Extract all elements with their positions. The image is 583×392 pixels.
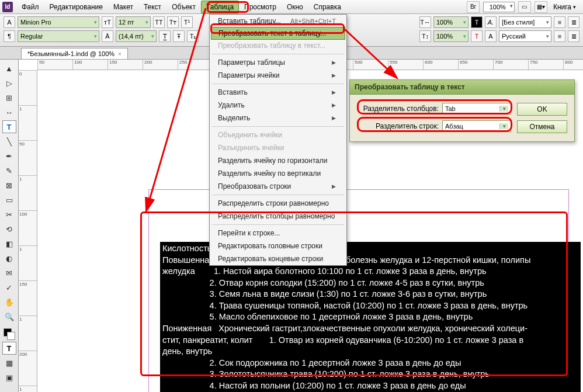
char-style-A-icon: A. <box>485 16 497 28</box>
strikethrough-icon[interactable]: Ŧ <box>173 30 185 42</box>
page-tool[interactable]: ⊞ <box>2 91 16 104</box>
menu-item: Объединить ячейки <box>210 129 346 141</box>
menu-справка[interactable]: Справка <box>308 1 346 13</box>
pen-tool[interactable]: ✒ <box>2 150 16 162</box>
hscale-select[interactable]: 100% <box>433 16 469 28</box>
menu-item[interactable]: Параметры ячейки▶ <box>210 69 346 82</box>
selection-tool[interactable]: ▲ <box>2 62 16 75</box>
menu-item[interactable]: Редактировать головные строки <box>210 240 346 252</box>
stroke-T-icon[interactable]: T <box>471 30 483 42</box>
direct-selection-tool[interactable]: ▷ <box>2 77 16 89</box>
col-sep-label: Разделитель столбцов: <box>357 105 439 113</box>
align2-icon[interactable]: ≣ <box>568 16 579 28</box>
format-container-icon[interactable]: T <box>2 342 16 355</box>
superscript-icon[interactable]: T¹ <box>181 16 193 28</box>
menu-item[interactable]: Редактировать концевые строки <box>210 252 346 265</box>
menu-объект[interactable]: Объект <box>166 1 201 13</box>
ok-button[interactable]: OK <box>517 103 567 116</box>
menu-item[interactable]: Разделить ячейку по горизонтали <box>210 154 346 167</box>
col-sep-input[interactable]: Tab <box>442 103 511 115</box>
underline-icon[interactable]: T̲ <box>159 30 171 42</box>
menu-файл[interactable]: Файл <box>16 1 44 13</box>
menu-item[interactable]: Распределить строки равномерно <box>210 197 346 210</box>
small-caps-icon[interactable]: Tᴛ <box>167 16 179 28</box>
menu-item[interactable]: Вставить▶ <box>210 86 346 99</box>
screen-mode-icon[interactable]: ▣ <box>2 371 16 384</box>
lang-icon: A <box>485 30 497 42</box>
vertical-ruler: 01501100115012001 <box>19 70 37 392</box>
document-tab-label: *Безымянный-1.indd @ 100% <box>27 50 114 57</box>
hand-tool[interactable]: ✋ <box>2 296 16 308</box>
scissors-tool[interactable]: ✂ <box>2 208 16 221</box>
menu-item[interactable]: Распределить столбцы равномерно <box>210 210 346 223</box>
menu-item[interactable]: Разделить ячейку по вертикали <box>210 167 346 180</box>
dialog-title: Преобразовать таблицу в текст <box>350 80 574 95</box>
vscale-icon: T↕ <box>419 30 431 42</box>
zoom-tool[interactable]: 🔍 <box>2 310 16 323</box>
align3-icon[interactable]: ≡ <box>554 30 565 42</box>
pencil-tool[interactable]: ✎ <box>2 164 16 177</box>
rectangle-frame-tool[interactable]: ⊠ <box>2 179 16 192</box>
font-family-select[interactable]: Minion Pro <box>18 16 99 28</box>
menu-item: Разъединить ячейки <box>210 141 346 154</box>
eyedropper-tool[interactable]: ✓ <box>2 281 16 294</box>
menu-item[interactable]: Параметры таблицы▶ <box>210 56 346 69</box>
leading-icon: Ā <box>102 30 113 42</box>
app-icon: Id <box>2 2 13 12</box>
gradient-swatch-tool[interactable]: ◧ <box>2 237 16 250</box>
row-sep-input[interactable]: Абзац <box>442 120 511 132</box>
menu-item[interactable]: Удалить▶ <box>210 99 346 112</box>
close-icon[interactable]: × <box>118 51 122 57</box>
menu-макет[interactable]: Макет <box>108 1 138 13</box>
bridge-button[interactable]: Br <box>467 1 480 13</box>
hscale-icon: T↔ <box>419 16 431 28</box>
menu-item[interactable]: Вставить таблицу...Alt+Shift+Ctrl+T <box>210 15 346 27</box>
font-size-select[interactable]: 12 пт <box>116 16 151 28</box>
gap-tool[interactable]: ↔ <box>2 106 16 119</box>
menu-окно[interactable]: Окно <box>282 1 308 13</box>
menu-item[interactable]: Выделить▶ <box>210 112 346 124</box>
menu-просмотр[interactable]: Просмотр <box>239 1 282 13</box>
cancel-button[interactable]: Отмена <box>517 120 567 133</box>
menubar: Id ФайлРедактированиеМакетТекстОбъектТаб… <box>0 0 583 14</box>
fill-T-icon[interactable]: T <box>471 16 483 28</box>
menu-item[interactable]: Перейти к строке... <box>210 227 346 240</box>
align1-icon[interactable]: ≡ <box>554 16 565 28</box>
tool-panel: ▲ ▷ ⊞ ↔ T ╲ ✒ ✎ ⊠ ▭ ✂ ⟲ ◧ ◐ ✉ ✓ ✋ 🔍 T ▦ … <box>0 60 19 392</box>
table-menu-dropdown[interactable]: Вставить таблицу...Alt+Shift+Ctrl+TПреоб… <box>209 14 347 266</box>
color-swatch[interactable] <box>4 328 15 340</box>
screen-mode-button[interactable]: ▭ <box>518 1 531 13</box>
menu-item[interactable]: Преобразовать строки▶ <box>210 180 346 193</box>
language-select[interactable]: Русский <box>499 30 551 42</box>
subscript-icon[interactable]: T₁ <box>187 30 199 42</box>
char-format-icon[interactable]: A <box>4 16 15 28</box>
gradient-feather-tool[interactable]: ◐ <box>2 252 16 265</box>
workspace-label: Книга <box>553 3 571 11</box>
document-tab[interactable]: *Безымянный-1.indd @ 100% × <box>21 48 128 59</box>
arrange-button[interactable]: ▦▾ <box>535 1 547 13</box>
tt-caps-icon[interactable]: TT <box>153 16 165 28</box>
row-sep-label: Разделитель строк: <box>357 122 439 130</box>
rectangle-tool[interactable]: ▭ <box>2 193 16 206</box>
convert-table-dialog: Преобразовать таблицу в текст Разделител… <box>349 79 575 142</box>
font-size-icon: тТ <box>102 16 113 28</box>
zoom-field[interactable] <box>483 2 515 12</box>
vscale-select[interactable]: 100% <box>433 30 469 42</box>
para-format-icon[interactable]: ¶ <box>4 30 15 42</box>
leading-select[interactable]: (14,4 пт) <box>116 30 157 42</box>
line-tool[interactable]: ╲ <box>2 135 16 148</box>
menu-текст[interactable]: Текст <box>138 1 166 13</box>
free-transform-tool[interactable]: ⟲ <box>2 223 16 235</box>
workspace-selector[interactable]: Книга▾ <box>551 3 578 11</box>
note-tool[interactable]: ✉ <box>2 266 16 279</box>
apply-color-icon[interactable]: ▦ <box>2 356 16 369</box>
font-style-select[interactable]: Regular <box>18 30 99 42</box>
align4-icon[interactable]: ≣ <box>568 30 579 42</box>
menu-item[interactable]: Преобразовать текст в таблицу... <box>211 27 345 40</box>
type-tool[interactable]: T <box>2 120 16 133</box>
menu-таблица[interactable]: Таблица <box>201 1 239 13</box>
menu-редактирование[interactable]: Редактирование <box>44 1 108 13</box>
char-style-select[interactable]: [Без стиля] <box>499 16 551 28</box>
menu-item: Преобразовать таблицу в текст... <box>210 39 346 52</box>
